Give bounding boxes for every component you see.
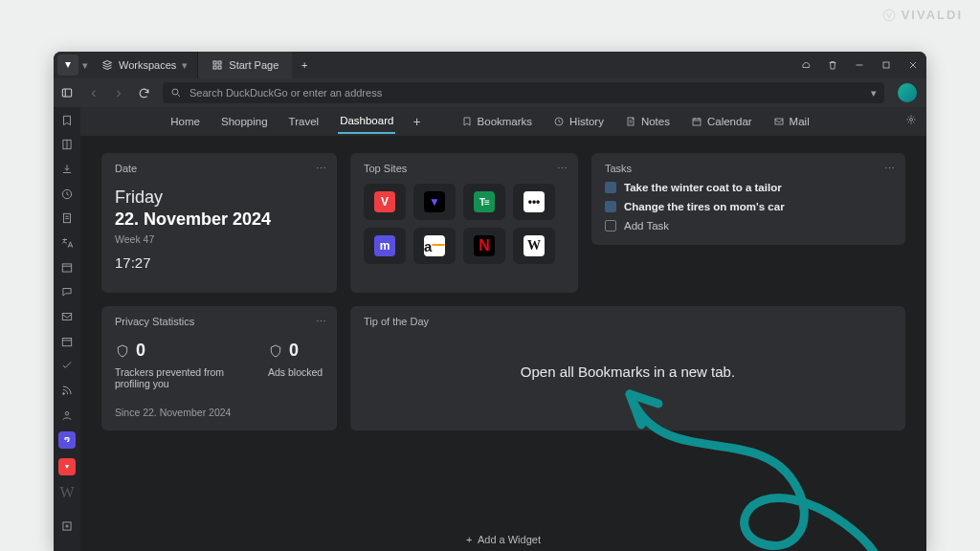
address-input[interactable]: Search DuckDuckGo or enter an address ▾ <box>163 82 884 103</box>
svg-rect-18 <box>62 338 71 345</box>
panel-toggle-button[interactable] <box>54 79 80 106</box>
panel-feeds-icon[interactable] <box>59 383 75 398</box>
widget-menu-icon[interactable]: ⋯ <box>557 163 568 175</box>
nav-home[interactable]: Home <box>168 110 202 133</box>
top-site-wikipedia[interactable]: W <box>513 228 555 264</box>
widget-menu-icon[interactable]: ⋯ <box>884 163 896 175</box>
panel-tasks-icon[interactable] <box>59 358 75 373</box>
widget-menu-icon[interactable]: ⋯ <box>316 163 327 175</box>
workspaces-button[interactable]: Workspaces ▾ <box>92 52 198 78</box>
panel-vivaldi-icon[interactable] <box>58 458 76 475</box>
settings-icon[interactable] <box>905 114 917 127</box>
nav-calendar[interactable]: Calendar <box>689 110 754 133</box>
panel-bookmarks-icon[interactable] <box>59 113 75 128</box>
dashboard-area: Date ⋯ Friday 22. November 2024 Week 47 … <box>80 136 926 551</box>
add-task-button[interactable]: Add Task <box>605 220 892 231</box>
nav-history[interactable]: History <box>551 110 606 133</box>
address-bar-row: ‹ › Search DuckDuckGo or enter an addres… <box>54 78 926 107</box>
svg-rect-16 <box>62 264 71 272</box>
svg-rect-6 <box>62 89 71 97</box>
ads-label: Ads blocked <box>268 366 323 378</box>
svg-rect-17 <box>62 313 71 320</box>
privacy-widget: Privacy Statistics ⋯ 0 Trackers prevente… <box>101 306 337 430</box>
date-weekday: Friday <box>115 187 323 208</box>
panel-window-icon[interactable] <box>59 260 75 276</box>
date-widget: Date ⋯ Friday 22. November 2024 Week 47 … <box>101 153 337 293</box>
top-site-site-dots[interactable]: ••• <box>513 184 555 220</box>
chevron-down-icon: ▾ <box>182 59 188 72</box>
svg-point-19 <box>63 392 65 394</box>
svg-point-7 <box>172 89 178 95</box>
vivaldi-watermark: VIVALDI <box>882 8 963 22</box>
top-site-techcrunch[interactable]: T≡ <box>463 184 505 220</box>
checkbox-icon[interactable] <box>605 182 616 193</box>
tasks-title: Tasks <box>605 163 892 174</box>
privacy-since: Since 22. November 2024 <box>115 407 323 418</box>
vivaldi-menu-button[interactable] <box>57 55 78 76</box>
date-week: Week 47 <box>115 233 323 245</box>
forward-button[interactable]: › <box>107 78 130 107</box>
tab-start-page[interactable]: Start Page <box>198 52 292 78</box>
reload-button[interactable] <box>132 78 155 107</box>
minimize-button[interactable] <box>846 52 873 78</box>
privacy-title: Privacy Statistics <box>115 316 323 327</box>
panel-contacts-icon[interactable] <box>59 408 75 423</box>
trash-icon[interactable] <box>819 52 846 78</box>
date-widget-title: Date <box>115 163 323 174</box>
tasks-widget: Tasks ⋯ Take the winter coat to a tailor… <box>591 153 905 245</box>
nav-shopping[interactable]: Shopping <box>219 110 270 133</box>
panel-add-icon[interactable] <box>59 519 75 535</box>
shield-icon <box>115 342 130 360</box>
svg-rect-2 <box>218 61 221 64</box>
svg-point-12 <box>910 119 913 121</box>
side-panel: W <box>54 107 80 551</box>
tip-title: Tip of the Day <box>364 316 892 327</box>
panel-wikipedia-icon[interactable]: W <box>59 485 75 500</box>
panel-translate-icon[interactable] <box>59 235 75 251</box>
nav-dashboard[interactable]: Dashboard <box>338 109 395 134</box>
profile-avatar[interactable] <box>898 83 917 102</box>
address-chevron-icon[interactable]: ▾ <box>871 87 877 99</box>
maximize-button[interactable] <box>873 52 900 78</box>
task-item[interactable]: Change the tires on mom's car <box>605 201 892 212</box>
nav-notes[interactable]: Notes <box>623 110 672 133</box>
tip-widget: Tip of the Day Open all Bookmarks in a n… <box>350 306 905 430</box>
checkbox-empty-icon <box>605 220 616 231</box>
checkbox-icon[interactable] <box>605 201 616 212</box>
top-site-vivaldi[interactable]: V <box>364 184 406 220</box>
new-tab-button[interactable]: + <box>292 52 317 78</box>
back-button[interactable]: ‹ <box>82 78 105 107</box>
svg-rect-3 <box>213 66 216 69</box>
panel-calendar-icon[interactable] <box>59 334 75 349</box>
panel-chat-icon[interactable] <box>59 284 75 299</box>
svg-rect-10 <box>693 119 701 125</box>
date-full: 22. November 2024 <box>115 209 323 230</box>
top-site-netflix[interactable]: N <box>463 228 505 264</box>
panel-downloads-icon[interactable] <box>59 162 75 177</box>
panel-history-icon[interactable] <box>59 187 75 202</box>
task-item[interactable]: Take the winter coat to a tailor <box>605 182 892 193</box>
sync-icon[interactable] <box>792 52 819 78</box>
top-site-amazon[interactable]: a <box>413 228 456 264</box>
shield-icon <box>268 342 283 360</box>
panel-notes-icon[interactable] <box>59 211 75 227</box>
close-button[interactable] <box>900 52 926 78</box>
widget-menu-icon[interactable]: ⋯ <box>316 316 327 328</box>
date-time: 17:27 <box>115 254 323 271</box>
nav-travel[interactable]: Travel <box>287 110 322 133</box>
browser-window: ▾ Workspaces ▾ Start Page + <box>54 52 926 551</box>
menu-chevron-icon: ▾ <box>82 59 88 72</box>
panel-mastodon-icon[interactable] <box>58 431 76 449</box>
top-sites-widget: Top Sites ⋯ V▼T≡•••maNW <box>350 153 578 293</box>
panel-mail-icon[interactable] <box>59 309 75 324</box>
speed-dial-nav: Home Shopping Travel Dashboard + Bookmar… <box>54 107 926 136</box>
svg-rect-5 <box>883 62 889 68</box>
nav-add-button[interactable]: + <box>412 114 420 129</box>
add-widget-button[interactable]: + Add a Widget <box>80 534 926 545</box>
nav-bookmarks[interactable]: Bookmarks <box>459 110 535 133</box>
top-site-vercel[interactable]: ▼ <box>413 184 456 220</box>
panel-reading-list-icon[interactable] <box>59 138 75 153</box>
tip-message: Open all Bookmarks in a new tab. <box>364 364 892 380</box>
nav-mail[interactable]: Mail <box>771 110 812 133</box>
top-site-mastodon[interactable]: m <box>364 228 406 264</box>
